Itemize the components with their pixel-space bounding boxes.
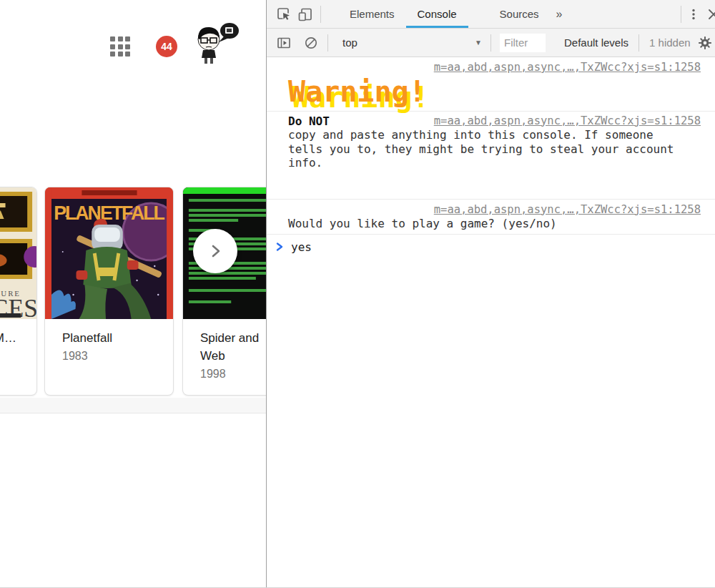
card-title: Planetfall [62, 329, 156, 347]
console-message-warning: m=aa,abd,aspn,async,…,TxZWcc?xjs=s1:1258… [267, 57, 715, 112]
console-toolbar: top ▼ Default levels 1 hidden [267, 29, 715, 57]
execution-context-selector[interactable]: top ▼ [342, 36, 482, 49]
more-tabs-icon[interactable]: » [551, 8, 568, 21]
console-filter-input[interactable] [500, 34, 546, 52]
google-apps-icon[interactable] [110, 36, 130, 57]
warning-banner-text: Warning! [288, 75, 701, 108]
browser-page: 44 [0, 0, 266, 588]
carousel-next-button[interactable] [193, 229, 237, 273]
devtools-menu-icon[interactable] [686, 6, 701, 22]
tab-elements[interactable]: Elements [338, 0, 406, 28]
context-label: top [342, 36, 358, 49]
console-settings-gear-icon[interactable] [697, 35, 713, 51]
donot-body-line: tells you to, they might be trying to st… [288, 142, 701, 157]
console-input-chevron-icon [276, 242, 283, 252]
planetfall-box-art: PLANETFALL [45, 187, 173, 319]
close-devtools-icon[interactable] [706, 6, 715, 22]
notification-badge[interactable]: 44 [156, 36, 177, 57]
donot-lead-text: Do NOT [288, 114, 330, 129]
console-input-echo: yes [291, 240, 312, 254]
game-card-spider-and-web[interactable]: Spider and Web 1998 [182, 187, 266, 396]
source-link[interactable]: m=aa,abd,aspn,async,…,TxZWcc?xjs=s1:1258 [434, 61, 701, 74]
donot-body-line: info. [288, 156, 701, 170]
card-year: 1998 [200, 365, 266, 383]
svg-text:PLANETFALL: PLANETFALL [54, 201, 164, 224]
screenshot-root: 44 [0, 0, 715, 588]
game-card-masterpieces[interactable]: TURE CES M… [0, 187, 37, 396]
console-message-donot: Do NOT m=aa,abd,aspn,async,…,TxZWcc?xjs=… [267, 112, 715, 200]
profile-avatar[interactable] [192, 20, 240, 66]
hidden-messages-count[interactable]: 1 hidden [649, 36, 691, 49]
card-title: M… [0, 329, 16, 347]
source-link[interactable]: m=aa,abd,aspn,async,…,TxZWcc?xjs=s1:1258 [434, 203, 701, 216]
console-input-row[interactable]: yes [267, 235, 715, 260]
chevron-down-icon: ▼ [475, 39, 482, 46]
game-prompt-text: Would you like to play a game? (yes/no) [288, 217, 701, 231]
game-card-planetfall[interactable]: PLANETFALL P [44, 187, 174, 396]
device-toolbar-icon[interactable] [297, 6, 313, 22]
avatar-doodle-icon [192, 20, 240, 66]
card-title: Spider and Web [200, 329, 266, 365]
chevron-right-icon [205, 241, 225, 261]
log-levels-selector[interactable]: Default levels [564, 36, 628, 49]
tab-console[interactable]: Console [406, 0, 468, 28]
masterpieces-box-art: TURE CES [0, 187, 36, 319]
devtools-tab-bar: Elements Console Sources » [267, 0, 715, 29]
donot-body-line: copy and paste anything into this consol… [288, 128, 701, 142]
carousel-bottom-strip [0, 398, 266, 413]
devtools-panel: Elements Console Sources » [266, 0, 715, 588]
card-year: 1983 [62, 347, 156, 366]
console-sidebar-toggle-icon[interactable] [276, 35, 292, 51]
inspect-element-icon[interactable] [276, 6, 292, 22]
clear-console-icon[interactable] [303, 35, 319, 51]
tab-sources[interactable]: Sources [488, 0, 551, 28]
console-message-game-prompt: m=aa,abd,aspn,async,…,TxZWcc?xjs=s1:1258… [267, 200, 715, 235]
source-link[interactable]: m=aa,abd,aspn,async,…,TxZWcc?xjs=s1:1258 [434, 114, 701, 129]
console-messages-area: m=aa,abd,aspn,async,…,TxZWcc?xjs=s1:1258… [267, 57, 715, 260]
